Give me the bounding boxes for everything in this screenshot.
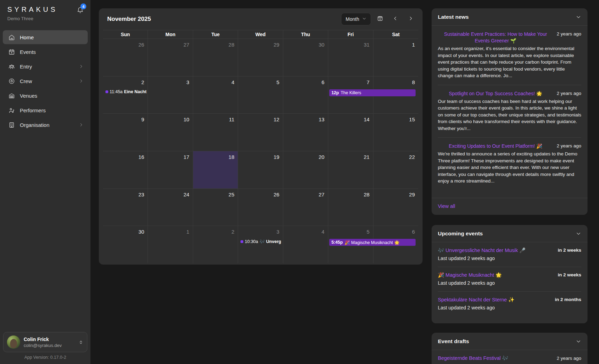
sidebar-item-label: Crew: [20, 78, 32, 84]
view-select[interactable]: Month: [341, 13, 371, 25]
calendar-day-cell[interactable]: 10: [148, 113, 193, 151]
sidebar-item-venues[interactable]: Venues: [3, 89, 88, 103]
calendar-day-cell[interactable]: 25: [193, 188, 238, 226]
news-item-body: As an event organizer, it's essential to…: [438, 45, 581, 79]
day-number: 28: [364, 192, 370, 197]
calendar-icon: [8, 49, 15, 55]
calendar-event[interactable]: 11:45aEine Nacht: [104, 89, 148, 94]
calendar-day-cell[interactable]: 1: [148, 226, 193, 263]
flame-badge-icon: [8, 78, 15, 84]
chevron-right-icon: [79, 122, 84, 127]
calendar-day-cell[interactable]: 18: [193, 151, 238, 188]
calendar-day-cell[interactable]: 29: [373, 188, 418, 226]
calendar-day-cell[interactable]: 310:30a🎶 Unverg: [238, 226, 283, 263]
month-grid: 2627282930311211:45aEine Nacht3456712pTh…: [103, 39, 418, 263]
upcoming-event-title[interactable]: 🎉 Magische Musiknacht 🌟: [438, 272, 554, 278]
notifications-button[interactable]: 4: [77, 7, 84, 15]
calendar-day-cell[interactable]: 28: [193, 39, 238, 76]
calendar-day-cell[interactable]: 20: [283, 151, 328, 188]
calendar-day-cell[interactable]: 13: [283, 113, 328, 151]
chevron-right-icon: [79, 79, 84, 83]
chevron-right-icon: [79, 64, 84, 69]
chevron-down-icon[interactable]: [576, 231, 581, 236]
calendar-day-cell[interactable]: 22: [373, 151, 418, 188]
crowd-icon: [8, 63, 15, 70]
news-item: Sustainable Event Practices: How to Make…: [438, 26, 581, 85]
event-draft-title[interactable]: Begeisternde Beats Festival 🎶: [438, 355, 553, 361]
calendar-day-cell[interactable]: 21: [328, 151, 373, 188]
sidebar-item-entry[interactable]: Entry: [3, 59, 88, 73]
calendar-day-cell[interactable]: 1: [373, 39, 418, 76]
news-item-title[interactable]: Sustainable Event Practices: How to Make…: [438, 31, 553, 44]
day-number: 27: [183, 42, 189, 48]
news-item-title[interactable]: Spotlight on Our Top Success Coaches! 🌟: [438, 90, 553, 97]
upcoming-event-title[interactable]: Spektakuläre Nacht der Sterne ✨: [438, 297, 551, 303]
calendar-day-cell[interactable]: 14: [328, 113, 373, 151]
news-item-title[interactable]: Exciting Updates to Our Event Platform! …: [438, 143, 553, 149]
news-item: Spotlight on Our Top Success Coaches! 🌟2…: [438, 85, 581, 138]
sidebar-item-performers[interactable]: Performers: [3, 103, 88, 117]
sidebar-item-home[interactable]: Home: [3, 30, 88, 44]
calendar-event[interactable]: 10:30a🎶 Unverg: [239, 239, 283, 244]
calendar-day-cell[interactable]: 211:45aEine Nacht: [103, 76, 148, 114]
next-month-button[interactable]: [404, 13, 417, 25]
calendar-day-cell[interactable]: 27: [148, 39, 193, 76]
calendar-day-cell[interactable]: 23: [103, 188, 148, 226]
calendar-day-cell[interactable]: 17: [148, 151, 193, 188]
calendar-day-icon: [377, 15, 383, 23]
calendar-day-cell[interactable]: 27: [283, 188, 328, 226]
bell-icon: [77, 9, 84, 15]
upcoming-event-when: in 2 weeks: [558, 272, 581, 277]
upcoming-event-when: in 2 weeks: [558, 248, 581, 253]
event-time: 11:45a: [110, 89, 123, 94]
upcoming-event-when: in 2 months: [555, 297, 581, 302]
calendar-day-cell[interactable]: 26: [103, 39, 148, 76]
sidebar-header: SYRAKUS Demo Three 4: [0, 0, 90, 21]
calendar-day-cell[interactable]: 30: [283, 39, 328, 76]
day-number: 28: [229, 42, 235, 48]
calendar-day-cell[interactable]: 6: [283, 76, 328, 114]
calendar-day-cell[interactable]: 30: [103, 226, 148, 263]
user-email: colin@syrakus.dev: [24, 343, 75, 348]
chevron-down-icon[interactable]: [576, 339, 581, 344]
calendar-day-cell[interactable]: 9: [103, 113, 148, 151]
sidebar-item-events[interactable]: Events: [3, 45, 88, 59]
calendar-day-cell[interactable]: 3: [148, 76, 193, 114]
performer-icon: [8, 107, 15, 114]
day-number: 12: [274, 116, 279, 122]
event-time: 10:30a: [245, 239, 258, 244]
day-number: 30: [318, 42, 324, 48]
user-menu[interactable]: Colin Frick colin@syrakus.dev: [3, 332, 87, 352]
view-all-link[interactable]: View all: [432, 198, 588, 215]
upcoming-event-title[interactable]: 🎶 Unvergessliche Nacht der Musik 🎤: [438, 248, 554, 253]
building-icon: [8, 122, 15, 128]
chevron-down-icon[interactable]: [576, 14, 581, 20]
calendar-day-cell[interactable]: 29: [238, 39, 283, 76]
upcoming-events-list: 🎶 Unvergessliche Nacht der Musik 🎤in 2 w…: [432, 242, 588, 323]
calendar-day-cell[interactable]: 26: [238, 188, 283, 226]
today-button[interactable]: [374, 13, 386, 25]
calendar-day-cell[interactable]: 712pThe Killers: [328, 76, 373, 114]
calendar-day-cell[interactable]: 15: [373, 113, 418, 151]
calendar-day-cell[interactable]: 5: [238, 76, 283, 114]
calendar-day-cell[interactable]: 19: [238, 151, 283, 188]
prev-month-button[interactable]: [389, 13, 402, 25]
calendar-day-cell[interactable]: 4: [193, 76, 238, 114]
calendar-day-cell[interactable]: 55:45p🎉 Magische Musiknacht 🌟: [328, 226, 373, 263]
calendar-title: November 2025: [107, 16, 341, 23]
event-title: 🎉 Magische Musiknacht 🌟: [345, 240, 400, 245]
day-number: 2: [231, 229, 234, 235]
calendar-day-cell[interactable]: 24: [148, 188, 193, 226]
calendar-day-cell[interactable]: 12: [238, 113, 283, 151]
calendar-day-cell[interactable]: 16: [103, 151, 148, 188]
calendar-day-cell[interactable]: 4: [283, 226, 328, 263]
calendar-day-cell[interactable]: 2: [193, 226, 238, 263]
calendar-day-cell[interactable]: 31: [328, 39, 373, 76]
calendar-event[interactable]: 5:45p🎉 Magische Musiknacht 🌟: [329, 239, 416, 246]
sidebar-item-crew[interactable]: Crew: [3, 74, 88, 88]
day-number: 8: [412, 79, 415, 85]
calendar-day-cell[interactable]: 28: [328, 188, 373, 226]
sidebar-item-organisation[interactable]: Organisation: [3, 118, 88, 132]
calendar-event[interactable]: 12pThe Killers: [329, 89, 416, 96]
calendar-day-cell[interactable]: 11: [193, 113, 238, 151]
